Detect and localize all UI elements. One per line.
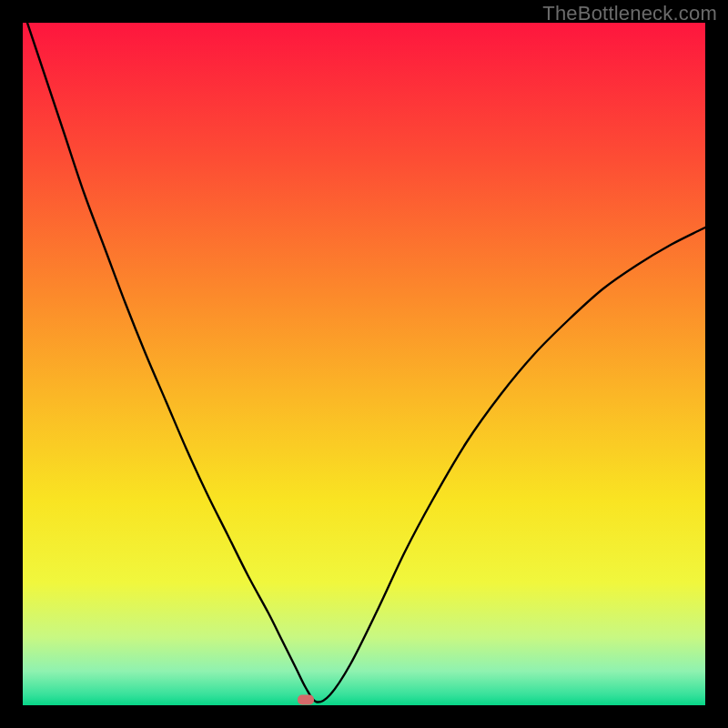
- optimal-point-marker: [298, 695, 314, 705]
- watermark-text: TheBottleneck.com: [542, 2, 717, 25]
- plot-area: [23, 23, 705, 705]
- chart-frame: TheBottleneck.com: [0, 0, 728, 728]
- bottleneck-curve: [23, 23, 705, 705]
